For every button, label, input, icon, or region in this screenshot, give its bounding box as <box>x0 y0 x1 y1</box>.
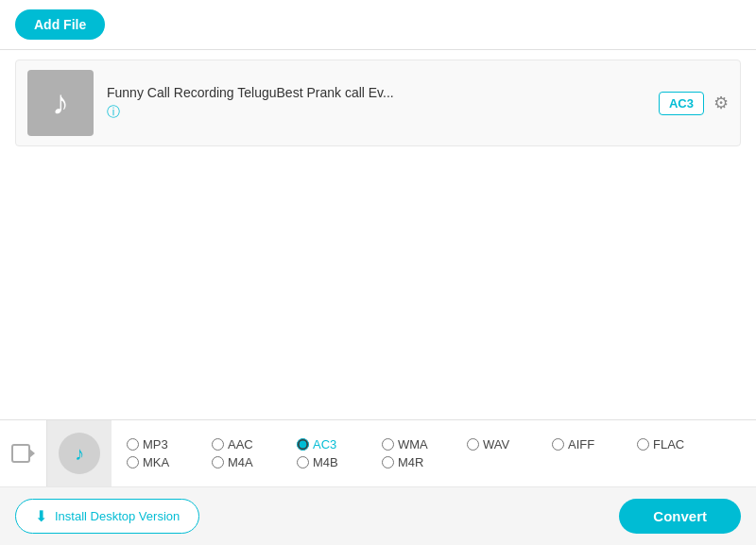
add-file-button[interactable]: Add File <box>15 9 105 40</box>
format-option-m4r[interactable]: M4R <box>382 455 467 469</box>
format-option-m4b[interactable]: M4B <box>297 455 382 469</box>
format-option-m4a[interactable]: M4A <box>212 455 297 469</box>
svg-rect-0 <box>12 445 29 462</box>
file-thumbnail: ♪ <box>27 70 94 136</box>
video-tab[interactable] <box>0 420 47 486</box>
toolbar: Add File <box>0 0 756 50</box>
install-label: Install Desktop Version <box>55 509 180 523</box>
install-desktop-button[interactable]: ⬇ Install Desktop Version <box>15 499 199 534</box>
format-option-mka[interactable]: MKA <box>127 455 212 469</box>
format-option-aac[interactable]: AAC <box>212 437 297 451</box>
file-actions: AC3 ⚙ <box>659 92 729 115</box>
format-option-aiff[interactable]: AIFF <box>552 437 637 451</box>
format-option-wav[interactable]: WAV <box>467 437 552 451</box>
action-bar: ⬇ Install Desktop Version Convert <box>0 487 756 545</box>
audio-tab[interactable]: ♪ <box>47 420 112 486</box>
file-info: Funny Call Recording TeluguBest Prank ca… <box>107 85 645 121</box>
file-name: Funny Call Recording TeluguBest Prank ca… <box>107 85 645 100</box>
audio-tab-circle: ♪ <box>59 433 100 474</box>
file-list: ♪ Funny Call Recording TeluguBest Prank … <box>0 50 756 419</box>
format-badge-button[interactable]: AC3 <box>659 92 704 115</box>
format-selector: ♪ MP3 AAC AC3 WMA <box>0 420 756 487</box>
bottom-panel: ♪ MP3 AAC AC3 WMA <box>0 419 756 545</box>
download-icon: ⬇ <box>35 507 47 525</box>
svg-marker-1 <box>29 449 35 458</box>
music-note-icon: ♪ <box>75 443 84 465</box>
media-type-tabs: ♪ <box>0 420 112 486</box>
format-option-mp3[interactable]: MP3 <box>127 437 212 451</box>
format-options: MP3 AAC AC3 WMA WAV AIFF F <box>112 428 756 479</box>
file-item: ♪ Funny Call Recording TeluguBest Prank … <box>15 60 741 146</box>
format-option-wma[interactable]: WMA <box>382 437 467 451</box>
convert-button[interactable]: Convert <box>619 499 741 534</box>
settings-icon[interactable]: ⚙ <box>713 93 729 113</box>
format-option-ac3[interactable]: AC3 <box>297 437 382 451</box>
format-option-flac[interactable]: FLAC <box>637 437 722 451</box>
music-icon: ♪ <box>52 83 69 123</box>
info-icon[interactable]: ⓘ <box>107 104 645 121</box>
